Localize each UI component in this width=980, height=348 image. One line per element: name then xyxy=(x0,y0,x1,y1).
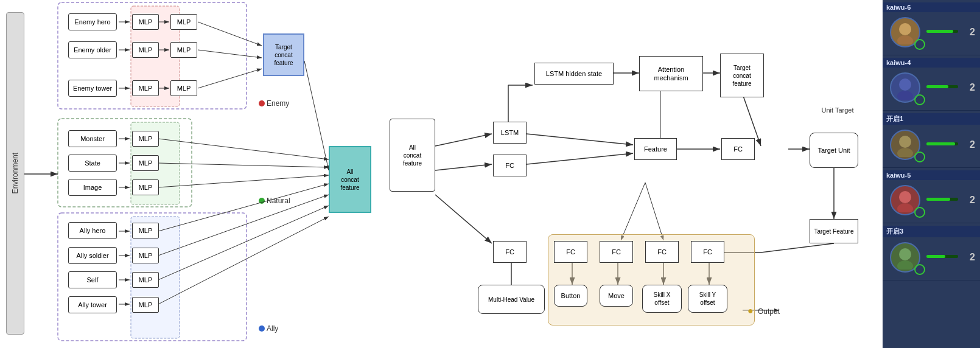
svg-line-58 xyxy=(645,183,663,240)
status-circle-1 xyxy=(914,94,925,105)
svg-line-57 xyxy=(621,183,645,240)
unit-target-label: Unit Target xyxy=(813,106,862,114)
target-concat-middle: Targetconcatfeature xyxy=(720,54,764,97)
right-panel: kaiwu-6 2 kaiwu-4 xyxy=(883,0,980,348)
svg-line-27 xyxy=(158,184,329,231)
multi-head-value: Multi-Head Value xyxy=(478,285,545,314)
svg-line-38 xyxy=(435,195,492,243)
enemy-tower-label: Enemy tower xyxy=(68,80,117,97)
svg-point-68 xyxy=(899,248,911,260)
monster-label: Monster xyxy=(68,130,117,147)
status-circle-4 xyxy=(914,264,925,275)
enemy-tower-mlp2: MLP xyxy=(170,80,197,96)
svg-line-37 xyxy=(435,164,492,170)
ally-soldier-mlp: MLP xyxy=(132,248,159,263)
attention-mechanism: Attention mechanism xyxy=(639,56,703,91)
natural-text-label: Natural xyxy=(267,197,290,205)
health-bar-3 xyxy=(926,198,958,201)
player-number-2: 2 xyxy=(970,139,975,150)
enemy-hero-mlp1: MLP xyxy=(132,14,159,30)
fc-box-left: FC xyxy=(493,155,527,176)
all-concat-feature-left: Allconcatfeature xyxy=(329,146,371,213)
output-label: ● Output xyxy=(747,305,780,316)
svg-point-61 xyxy=(897,35,913,44)
all-concat-middle: Allconcatfeature xyxy=(390,119,435,192)
player-number-1: 2 xyxy=(970,82,975,93)
player-item-2: 开启1 2 xyxy=(883,111,980,168)
player-number-3: 2 xyxy=(970,195,975,206)
status-circle-2 xyxy=(914,151,925,162)
state-label: State xyxy=(68,155,117,172)
fc-button: FC xyxy=(554,241,587,263)
enemy-older-mlp2: MLP xyxy=(170,42,197,58)
left-diagram: Environment xyxy=(0,0,383,348)
player-item-0: kaiwu-6 2 xyxy=(883,0,980,55)
ally-tower-label: Ally tower xyxy=(68,296,117,313)
svg-point-66 xyxy=(899,191,911,203)
enemy-older-label: Enemy older xyxy=(68,41,117,58)
health-inner-0 xyxy=(926,30,953,33)
player-number-4: 2 xyxy=(970,252,975,263)
svg-line-33 xyxy=(158,217,329,304)
monster-mlp: MLP xyxy=(132,131,159,147)
svg-line-29 xyxy=(158,195,329,256)
svg-line-20 xyxy=(158,139,329,159)
image-mlp: MLP xyxy=(132,179,159,195)
player-header-2: 开启1 xyxy=(883,113,980,125)
fc-multi-head: FC xyxy=(493,241,527,263)
player-header-4: 开启3 xyxy=(883,226,980,237)
enemy-text-label: Enemy xyxy=(267,99,289,108)
skill-y-box: Skill Y offset xyxy=(688,285,727,313)
enemy-tower-mlp1: MLP xyxy=(132,80,159,96)
svg-point-17 xyxy=(259,100,265,106)
status-circle-3 xyxy=(914,207,925,218)
lstm-hidden-state: LSTM hidden state xyxy=(534,63,614,85)
health-bar-2 xyxy=(926,142,958,145)
environment-label: Environment xyxy=(11,153,19,193)
svg-point-65 xyxy=(897,148,913,157)
health-bar-4 xyxy=(926,255,958,258)
health-inner-2 xyxy=(926,142,955,145)
environment-box: Environment xyxy=(6,12,24,335)
svg-line-18 xyxy=(304,61,329,170)
health-inner-4 xyxy=(926,255,945,258)
svg-point-69 xyxy=(897,260,913,270)
ally-tower-mlp: MLP xyxy=(132,297,159,313)
health-inner-3 xyxy=(926,198,950,201)
svg-line-41 xyxy=(527,153,633,164)
health-bar-0 xyxy=(926,30,958,33)
move-box: Move xyxy=(600,285,633,307)
enemy-older-mlp1: MLP xyxy=(132,42,159,58)
fc-box-right: FC xyxy=(721,138,755,160)
target-concat-enemy: Targetconcatfeature xyxy=(263,33,304,76)
enemy-hero-label: Enemy hero xyxy=(68,13,117,30)
ally-hero-label: Ally hero xyxy=(68,222,117,239)
health-inner-1 xyxy=(926,85,948,88)
svg-point-64 xyxy=(899,136,911,148)
button-box: Button xyxy=(554,285,587,307)
status-circle-0 xyxy=(914,39,925,50)
player-number-0: 2 xyxy=(970,27,975,38)
svg-line-22 xyxy=(158,163,329,167)
fc-skilly: FC xyxy=(691,241,724,263)
lstm-box: LSTM xyxy=(493,122,527,144)
middle-diagram: Allconcatfeature LSTM hidden state LSTM … xyxy=(383,0,883,348)
feature-box: Feature xyxy=(634,138,677,160)
player-item-1: kaiwu-4 2 xyxy=(883,55,980,111)
player-header-1: kaiwu-4 xyxy=(883,58,980,68)
ally-hero-mlp: MLP xyxy=(132,223,159,238)
player-item-3: kaiwu-5 2 xyxy=(883,168,980,223)
svg-point-25 xyxy=(259,198,265,204)
svg-line-16 xyxy=(198,69,262,88)
state-mlp: MLP xyxy=(132,155,159,171)
target-unit-box: Target Unit xyxy=(810,133,858,168)
player-item-4: 开启3 2 xyxy=(883,223,980,280)
svg-line-40 xyxy=(527,134,633,145)
ally-soldier-label: Ally soldier xyxy=(68,247,117,264)
enemy-hero-mlp2: MLP xyxy=(170,14,197,30)
svg-point-63 xyxy=(897,91,913,100)
svg-point-34 xyxy=(259,325,265,332)
player-header-3: kaiwu-5 xyxy=(883,170,980,180)
player-header-0: kaiwu-6 xyxy=(883,2,980,12)
health-bar-1 xyxy=(926,85,958,88)
